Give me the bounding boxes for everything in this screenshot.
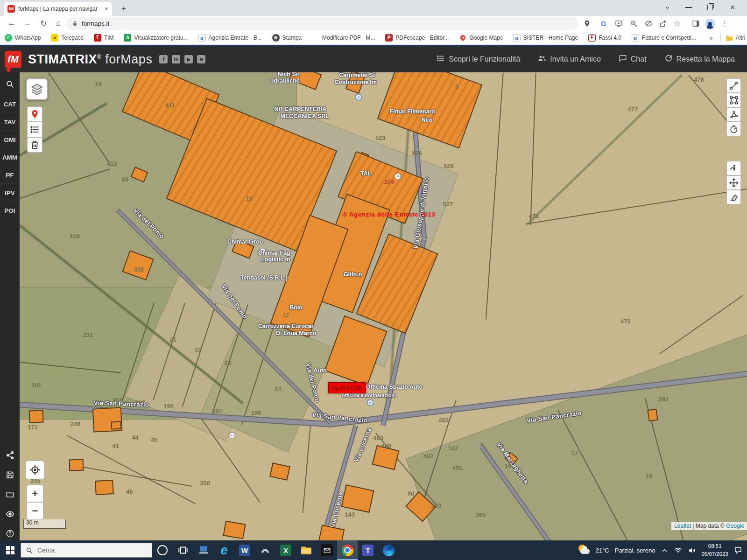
bookmark-stampa[interactable]: ⊕Stampa	[272, 34, 302, 42]
menu-chat[interactable]: Chat	[619, 54, 647, 64]
pan-tool-button[interactable]	[726, 175, 741, 190]
poi-marker[interactable]	[355, 94, 362, 101]
reload-button[interactable]: ↻	[37, 17, 49, 29]
measure-distance-button[interactable]	[726, 78, 741, 93]
sidebar-item-poi[interactable]: POI	[0, 201, 20, 219]
wifi-icon[interactable]	[674, 546, 682, 554]
share-icon[interactable]	[657, 18, 669, 29]
zoom-icon[interactable]	[628, 18, 640, 29]
volume-icon[interactable]	[688, 546, 696, 554]
taskbar-app-task-view[interactable]	[173, 540, 193, 560]
taskbar-search[interactable]	[21, 543, 152, 558]
sidebar-save-icon[interactable]	[0, 465, 20, 484]
locate-button[interactable]	[26, 461, 44, 479]
weather-desc[interactable]: Parzial. sereno	[615, 547, 655, 554]
trash-tool-button[interactable]	[27, 137, 42, 153]
taskbar-app-teams[interactable]: T	[358, 540, 378, 560]
menu-scopri-le-funzionalit-[interactable]: Scopri le Funzionalità	[437, 54, 520, 64]
bookmark-star-icon[interactable]: ☆	[671, 18, 683, 29]
forward-button[interactable]: →	[21, 17, 34, 29]
measure-radius-button[interactable]	[726, 122, 741, 136]
bookmark-visualizzatore-gratu[interactable]: AVisualizzatore gratu...	[124, 34, 188, 42]
map-canvas[interactable]: © Agenzia delle Entrate 2023 Fg.19 Pt.19…	[20, 72, 747, 540]
bookmarks-overflow-button[interactable]: »	[706, 34, 713, 42]
formaps-logo[interactable]: fM	[5, 51, 21, 68]
taskbar-app-excel[interactable]: X	[275, 540, 296, 560]
window-chevron-icon[interactable]	[656, 0, 678, 15]
poi-marker[interactable]	[395, 173, 402, 180]
eraser-tool-button[interactable]	[726, 190, 741, 204]
profile-avatar[interactable]	[704, 18, 716, 29]
window-restore-button[interactable]	[699, 0, 721, 15]
website-icon[interactable]: ⊕	[197, 55, 205, 63]
visibility-off-icon[interactable]	[643, 18, 655, 29]
bookmark-fatture-e-corrispetti[interactable]: aFatture e Corrispetti...	[632, 34, 696, 42]
zoom-out-button[interactable]: −	[27, 502, 43, 519]
bookmark-telepass[interactable]: »Telepass	[51, 34, 83, 42]
weather-icon[interactable]	[578, 544, 590, 556]
bookmark-tim[interactable]: TTIM	[94, 34, 114, 42]
tab-close-icon[interactable]: ×	[105, 5, 108, 13]
taskbar-app-edge[interactable]	[378, 540, 399, 560]
sidebar-info-icon[interactable]	[0, 524, 20, 543]
select-rectangle-button[interactable]	[726, 93, 741, 107]
weather-temp[interactable]: 21°C	[596, 547, 609, 554]
sidebar-folder-icon[interactable]	[0, 485, 20, 504]
sidebar-item-omi[interactable]: OMI	[0, 130, 20, 148]
taskbar-app-phone[interactable]	[255, 540, 275, 560]
layers-button[interactable]	[26, 78, 48, 100]
taskbar-app-file-manager[interactable]	[296, 540, 317, 560]
selected-parcel-label[interactable]: Fg.19 Pt.191	[328, 382, 366, 393]
other-favorites-button[interactable]: Altri Preferiti	[726, 35, 747, 41]
zoom-in-button[interactable]: +	[27, 485, 43, 502]
sidebar-share-icon[interactable]	[0, 446, 20, 464]
sidebar-eye-icon[interactable]	[0, 504, 20, 523]
browser-menu-icon[interactable]: ⋮	[719, 18, 731, 29]
google-extension-icon[interactable]: G	[598, 18, 609, 29]
new-tab-button[interactable]: +	[118, 3, 130, 15]
bookmark-agenzia-entrate-b[interactable]: aAgenzia Entrate - B...	[198, 34, 262, 42]
window-minimize-button[interactable]	[678, 0, 699, 15]
taskbar-search-input[interactable]	[36, 546, 147, 554]
side-panel-icon[interactable]	[690, 18, 702, 29]
bookmark-sister-home-page[interactable]: aSISTER - Home Page	[513, 34, 578, 42]
sidebar-item-pf[interactable]: PF	[0, 166, 20, 184]
taskbar-app-word[interactable]: W	[234, 540, 255, 560]
linkedin-icon[interactable]: in	[172, 55, 180, 63]
google-link[interactable]: Google	[726, 523, 744, 529]
back-button[interactable]: ←	[6, 17, 18, 29]
location-icon[interactable]	[581, 18, 593, 29]
taskbar-clock[interactable]: 08:51 05/07/2023	[701, 542, 728, 558]
facebook-icon[interactable]: f	[159, 55, 168, 63]
bookmark-whatsapp[interactable]: ✆WhatsApp	[5, 34, 41, 42]
sidebar-item-ipv[interactable]: IPV	[0, 183, 20, 202]
youtube-icon[interactable]: ▶	[184, 55, 193, 63]
taskbar-app-laptop[interactable]	[193, 540, 214, 560]
bookmark-fassi-4-0[interactable]: FFassi 4.0	[588, 34, 621, 42]
menu-resetta-la-mappa[interactable]: Resetta la Mappa	[664, 54, 735, 64]
tray-chevron-icon[interactable]	[661, 546, 669, 554]
poi-marker[interactable]	[228, 432, 235, 439]
address-bar[interactable]: formaps.it	[66, 17, 578, 30]
street-view-button[interactable]	[726, 161, 741, 175]
home-button[interactable]: ⌂	[52, 17, 64, 29]
window-close-button[interactable]: ×	[722, 0, 743, 15]
search-icon[interactable]	[0, 76, 20, 92]
sidebar-item-tav[interactable]: TAV	[0, 112, 20, 131]
taskbar-app-internet-explorer[interactable]: e	[214, 540, 234, 560]
list-tool-button[interactable]	[27, 122, 42, 137]
sidebar-item-cat[interactable]: CAT	[0, 95, 20, 113]
leaflet-link[interactable]: Leaflet	[674, 523, 691, 529]
bookmark-google-maps[interactable]: Google Maps	[459, 34, 502, 42]
poi-marker[interactable]	[366, 399, 374, 406]
measure-area-button[interactable]	[726, 107, 741, 122]
browser-tab[interactable]: fM forMaps | La mappa per navigar ×	[4, 2, 112, 16]
menu-invita-un-amico[interactable]: Invita un Amico	[538, 54, 601, 64]
sidebar-item-amm[interactable]: AMM	[0, 148, 20, 166]
start-button[interactable]	[0, 540, 21, 560]
bookmark-modificare-pdf-m[interactable]: Modificare PDF - M...	[312, 34, 375, 42]
taskbar-app-mail[interactable]	[317, 540, 337, 560]
action-center-icon[interactable]	[734, 546, 742, 554]
marker-tool-button[interactable]	[27, 106, 42, 122]
taskbar-app-cortana[interactable]	[152, 540, 173, 560]
